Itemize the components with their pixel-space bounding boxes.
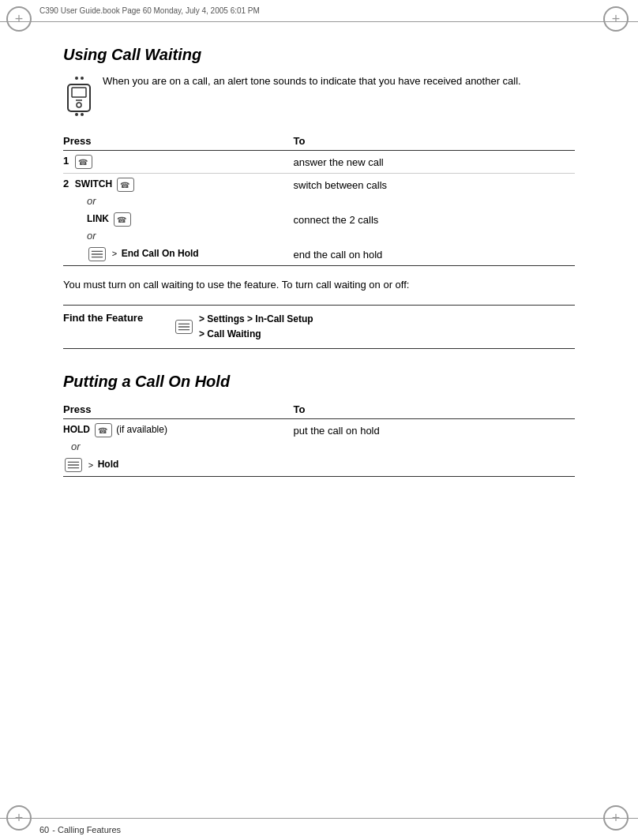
hold-table: Press To HOLD ☎ (if available) [63, 400, 575, 477]
phone-icon-inline: ☎ [115, 178, 136, 189]
svg-text:☎: ☎ [120, 181, 129, 189]
to-cell-end: end the call on hold [294, 243, 575, 266]
to-hold-cell: put the call on hold [294, 419, 575, 440]
table-row-hold: HOLD ☎ (if available) put the call on ho… [63, 419, 575, 440]
press-hold-cell: HOLD ☎ (if available) [63, 419, 294, 440]
hold-qualifier: (if available) [116, 425, 167, 436]
phone-icon-inline2: ☎ [112, 212, 133, 224]
find-feature-path: > Settings > In-Call Setup> Call Waiting [174, 312, 313, 342]
hold-label: Hold [98, 459, 119, 471]
menu-icon-hold [63, 459, 87, 471]
key-num-1: 1 [63, 155, 69, 167]
arrow-hold: > [88, 460, 93, 470]
intro-text: When you are on a call, an alert tone so… [103, 73, 521, 89]
table-row: 2 SWITCH ☎ switch between calls [63, 174, 575, 194]
section2: Putting a Call On Hold Press To HOLD ☎ [63, 373, 575, 477]
dot-row-top [75, 77, 84, 80]
end-call-on-hold-label: End Call On Hold [122, 248, 199, 259]
dot [81, 113, 84, 116]
svg-text:☎: ☎ [98, 426, 107, 435]
dot-row-bottom [75, 113, 84, 116]
col-to-header: To [294, 132, 575, 151]
hold-phone-icon: ☎ [93, 424, 117, 436]
table-row: 1 ☎ answer the new call [63, 151, 575, 174]
phone-icon [65, 83, 93, 113]
table-row-or-hold: or [63, 439, 575, 454]
col-press-header2: Press [63, 400, 294, 419]
desc-text: You must turn on call waiting to use the… [63, 277, 575, 294]
svg-point-2 [77, 103, 81, 107]
or-hold-cell: or [63, 439, 575, 454]
to-cell: connect the 2 calls [294, 208, 575, 228]
table-row-or2: or [63, 228, 575, 243]
col-to-header2: To [294, 400, 575, 419]
svg-text:☎: ☎ [78, 158, 88, 167]
link-cmd: LINK [87, 213, 109, 224]
table-row-menu-hold: > Hold [63, 454, 575, 477]
table-row-end-call: > End Call On Hold end the call on hold [63, 243, 575, 266]
call-waiting-table: Press To 1 ☎ answer the new call [63, 132, 575, 266]
press-cell: 2 SWITCH ☎ [63, 174, 294, 194]
svg-text:☎: ☎ [117, 216, 126, 224]
phone-icon-box [63, 73, 95, 118]
phone-key-icon: ☎ [75, 155, 92, 167]
or-cell: or [63, 193, 575, 208]
page-number: 60 [39, 825, 49, 834]
col-press-header: Press [63, 132, 294, 151]
menu-icon-end [87, 247, 111, 259]
press-cell-end: > End Call On Hold [63, 243, 294, 266]
section2-title: Putting a Call On Hold [63, 373, 575, 391]
header-bar: C390 User Guide.book Page 60 Monday, Jul… [0, 0, 638, 22]
find-feature-menu-icon [174, 320, 194, 334]
to-cell: switch between calls [294, 174, 575, 194]
main-content: Using Call Waiting When you are on a cal… [39, 22, 599, 818]
section1-title: Using Call Waiting [63, 46, 575, 64]
find-feature-label: Find the Feature [63, 312, 158, 324]
arrow-end: > [112, 249, 117, 258]
to-cell: answer the new call [294, 151, 575, 174]
dot [75, 113, 78, 116]
intro-block: When you are on a call, an alert tone so… [63, 73, 575, 118]
table-row: LINK ☎ connect the 2 calls [63, 208, 575, 228]
dot [81, 77, 84, 80]
hold-cmd: HOLD [63, 425, 90, 436]
press-cell: 1 ☎ [63, 151, 294, 174]
footer-bar: 60 - Calling Features [0, 818, 638, 840]
header-text: C390 User Guide.book Page 60 Monday, Jul… [39, 6, 260, 15]
find-feature-box: Find the Feature > Settings > In-Call Se… [63, 305, 575, 349]
or-cell2: or [63, 228, 575, 243]
key-num-2: 2 [63, 178, 69, 189]
find-feature-steps: > Settings > In-Call Setup> Call Waiting [199, 312, 313, 342]
press-cell: LINK ☎ [63, 208, 294, 228]
svg-rect-1 [72, 88, 86, 97]
table-row-or: or [63, 193, 575, 208]
footer-section: - Calling Features [52, 825, 121, 834]
press-menu-hold-cell: > Hold [63, 454, 575, 477]
switch-cmd: SWITCH [75, 178, 112, 189]
dot [75, 77, 78, 80]
